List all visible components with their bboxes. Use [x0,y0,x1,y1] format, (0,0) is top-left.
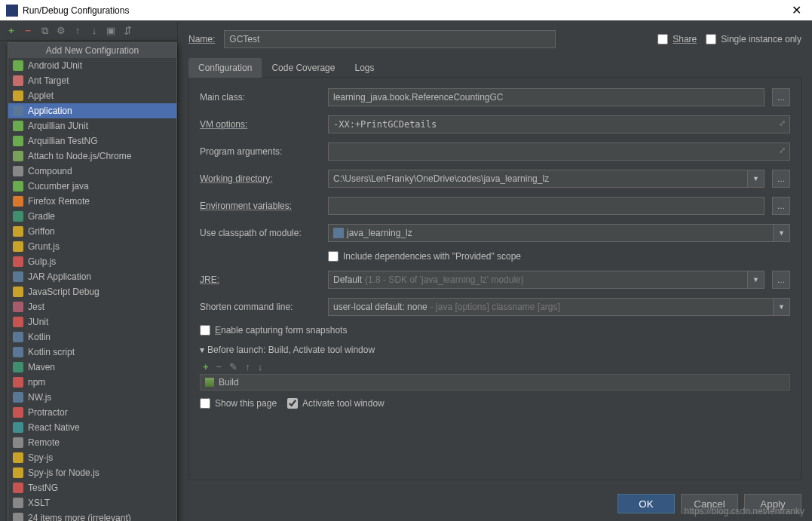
tab-code-coverage[interactable]: Code Coverage [262,58,345,78]
config-type-icon [13,302,23,312]
config-type-item[interactable]: Arquillian JUnit [8,118,176,133]
single-instance-checkbox[interactable]: Single instance only [706,34,801,44]
copy-config-icon[interactable]: ⧉ [39,25,50,37]
config-type-label: Spy-js [28,452,53,463]
config-type-icon [13,136,23,146]
working-dir-caret-icon[interactable]: ▼ [748,170,765,188]
folder-icon[interactable]: ▣ [106,25,116,36]
sort-icon[interactable]: ⇵ [122,25,133,36]
add-task-icon[interactable]: + [203,361,209,372]
task-up-icon[interactable]: ↑ [245,361,250,372]
config-type-icon [13,181,23,192]
config-type-item[interactable]: Remote [8,435,176,450]
remove-config-icon[interactable]: − [23,25,33,36]
config-type-item[interactable]: Griffon [8,224,176,239]
config-type-item[interactable]: Ant Target [8,73,176,88]
add-new-configuration-popup: Add New Configuration Android JUnitAnt T… [8,42,177,521]
jre-select[interactable]: Default (1.8 - SDK of 'java_learning_lz'… [328,271,748,289]
activate-tool-window-checkbox[interactable]: Activate tool window [287,398,385,409]
shorten-select[interactable]: user-local default: none - java [options… [328,298,774,316]
config-type-label: JavaScript Debug [28,287,100,297]
config-type-label: npm [28,377,45,388]
remove-task-icon[interactable]: − [216,361,222,372]
config-type-icon [13,166,23,176]
classpath-select[interactable]: java_learning_lz [328,224,774,242]
settings-icon[interactable]: ⚙ [56,25,66,36]
config-type-item[interactable]: Arquillian TestNG [8,133,176,149]
config-type-icon [13,437,23,448]
config-type-item[interactable]: Gulp.js [8,254,176,269]
config-type-item[interactable]: Spy-js [8,450,176,465]
move-up-icon[interactable]: ↑ [72,25,83,36]
shorten-label: Shorten command line: [200,302,320,312]
config-type-label: 24 items more (irrelevant) [28,513,131,521]
config-type-item[interactable]: JUnit [8,314,176,329]
ok-button[interactable]: OK [617,494,675,513]
build-task-row[interactable]: Build [200,374,790,391]
config-type-item[interactable]: Android JUnit [8,58,176,73]
config-type-item[interactable]: Kotlin [8,329,176,345]
vm-options-input[interactable] [328,115,790,133]
tab-configuration[interactable]: Configuration [188,58,262,78]
config-type-item[interactable]: Spy-js for Node.js [8,465,176,480]
config-type-icon [13,60,23,71]
share-checkbox[interactable]: Share [657,34,697,44]
config-type-item[interactable]: Cucumber java [8,179,176,194]
close-icon[interactable]: ✕ [787,3,806,17]
config-type-item[interactable]: 24 items more (irrelevant) [8,510,176,521]
config-type-item[interactable]: Application [8,103,176,118]
config-type-icon [13,151,23,161]
config-type-icon [13,121,23,131]
config-type-label: Ant Target [28,75,69,86]
shorten-caret-icon[interactable]: ▼ [774,298,790,316]
show-this-page-checkbox[interactable]: Show this page [200,398,277,409]
config-type-icon [13,317,23,327]
config-type-item[interactable]: Firefox Remote [8,194,176,209]
config-type-icon [13,211,23,222]
config-type-item[interactable]: Protractor [8,405,176,420]
browse-main-class-button[interactable]: … [772,88,790,106]
config-type-item[interactable]: XSLT [8,495,176,510]
name-input[interactable] [224,30,556,48]
config-type-item[interactable]: Kotlin script [8,345,176,360]
task-down-icon[interactable]: ↓ [258,361,263,372]
working-dir-input[interactable] [328,170,748,188]
config-type-item[interactable]: Compound [8,164,176,179]
main-class-input[interactable] [328,88,765,106]
enable-capture-checkbox[interactable]: Enable capturing form snapshots [200,325,347,336]
hammer-icon [205,378,214,387]
tab-logs[interactable]: Logs [345,58,384,78]
add-config-icon[interactable]: + [6,25,17,36]
env-vars-input[interactable] [328,197,765,215]
config-type-item[interactable]: Grunt.js [8,239,176,254]
program-args-input[interactable] [328,143,790,161]
name-label: Name: [188,34,215,44]
titlebar: Run/Debug Configurations ✕ [0,0,812,21]
edit-task-icon[interactable]: ✎ [229,361,237,372]
config-type-item[interactable]: Maven [8,360,176,375]
jre-caret-icon[interactable]: ▼ [748,271,765,289]
config-type-item[interactable]: JavaScript Debug [8,284,176,299]
config-type-icon [13,271,23,282]
config-type-item[interactable]: TestNG [8,480,176,495]
config-type-item[interactable]: npm [8,375,176,390]
config-type-item[interactable]: Jest [8,299,176,314]
config-type-item[interactable]: Applet [8,88,176,103]
config-type-item[interactable]: JAR Application [8,269,176,284]
classpath-caret-icon[interactable]: ▼ [774,224,790,242]
include-provided-checkbox[interactable]: Include dependencies with "Provided" sco… [328,251,521,262]
browse-env-button[interactable]: … [772,197,790,215]
browse-jre-button[interactable]: … [772,271,790,289]
move-down-icon[interactable]: ↓ [89,25,100,36]
config-type-item[interactable]: React Native [8,420,176,435]
config-type-icon [13,106,23,116]
config-type-item[interactable]: Gradle [8,209,176,224]
before-launch-header[interactable]: ▾ Before launch: Build, Activate tool wi… [200,345,790,355]
config-type-item[interactable]: Attach to Node.js/Chrome [8,149,176,164]
browse-working-dir-button[interactable]: … [772,170,790,188]
config-type-label: Firefox Remote [28,196,90,207]
module-icon [333,228,344,238]
config-type-item[interactable]: NW.js [8,390,176,405]
config-type-label: Griffon [28,226,55,237]
config-type-label: Jest [28,302,44,312]
